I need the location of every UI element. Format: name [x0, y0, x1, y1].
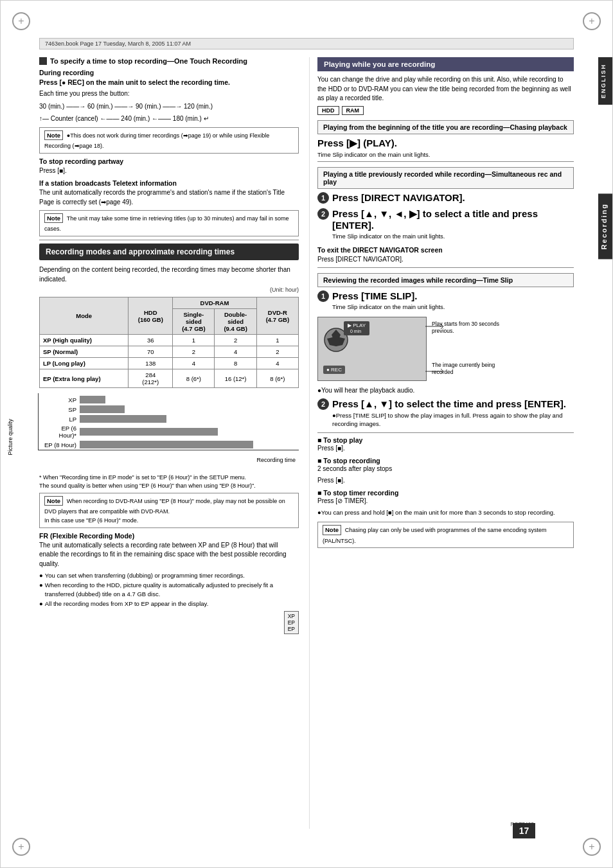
note-box-2: Note The unit may take some time in retr… — [39, 210, 299, 236]
chart-y-axis — [38, 393, 39, 450]
recording-side-tab: Recording — [598, 193, 612, 259]
step-2-row: 2 Press [▲, ▼, ◄, ▶] to select a title a… — [317, 208, 574, 242]
page-number: 17 — [513, 823, 535, 838]
svg-line-5 — [441, 324, 443, 326]
chasing-play-instruction: Press [▶] (PLAY). — [317, 137, 574, 149]
divider-stop — [317, 432, 574, 433]
divider-simult — [317, 267, 574, 268]
chart-y-label: Picture quality — [7, 419, 13, 456]
chart-bar-row-ep6: EP (6 Hour)* — [44, 425, 299, 439]
recording-modes-body: Depending on the content being recorded,… — [39, 265, 299, 284]
section-recording-modes: Recording modes and approximate recordin… — [39, 244, 299, 608]
fr-body: The unit automatically selects a recordi… — [39, 541, 299, 569]
ts-step-2-text: Press [▲, ▼] to select the time and pres… — [332, 398, 574, 409]
rec-instruction: Press [● REC] on the main unit to select… — [39, 78, 299, 87]
chasing-sub-heading: Playing from the beginning of the title … — [317, 120, 574, 134]
stop-timer-heading: To stop timer recording — [317, 489, 574, 497]
col-dvdram: DVD-RAM — [173, 297, 257, 309]
svg-line-6 — [441, 326, 443, 329]
arrows-line-1: 30 (min.) ——→ 60 (min.) ——→ 90 (min.) ——… — [39, 102, 299, 112]
timeslip-sub-heading: Reviewing the recorded images while reco… — [317, 273, 574, 287]
stop-play-body: Press [■]. — [317, 444, 574, 454]
teletext-heading: If a station broadcasts Teletext informa… — [39, 179, 299, 187]
step-1-num: 1 — [317, 192, 329, 204]
step-2-note: Time Slip indicator on the main unit lig… — [332, 233, 574, 240]
col-double: Double-sided(9.4 GB) — [215, 309, 256, 335]
svg-line-9 — [441, 371, 443, 374]
rec-bar: ● REC — [323, 366, 345, 374]
ts-step-2-note: ●Press [TIME SLIP] to show the play imag… — [332, 411, 574, 429]
fr-bullet-1: ● You can set when transferring (dubbing… — [39, 571, 299, 580]
stop-recording-body: 2 seconds after play stops — [317, 465, 574, 474]
divider-chasing — [317, 161, 574, 162]
teletext-body: The unit automatically records the progr… — [39, 188, 299, 207]
chart-bar-row-xp: XP — [44, 396, 299, 403]
stop-partway-text: Press [■]. — [39, 166, 299, 176]
col-mode: Mode — [40, 297, 129, 335]
recording-modes-heading: Recording modes and approximate recordin… — [39, 244, 299, 260]
chart-footnote: * When "Recording time in EP mode" is se… — [39, 474, 299, 490]
ts-step-2-num: 2 — [317, 398, 329, 410]
col-single: Single-sided(4.7 GB) — [173, 309, 215, 335]
english-tab: ENGLISH — [598, 57, 612, 105]
table-row: LP (Long play) 138 4 8 4 — [40, 358, 299, 369]
note-text-3: When recording to DVD-RAM using "EP (8 H… — [44, 498, 285, 524]
stop-recording-section: To stop recording 2 seconds after play s… — [317, 457, 574, 486]
step-1-row: 1 Press [DIRECT NAVIGATOR]. — [317, 192, 574, 205]
bar-chart: Picture quality XP SP LP — [39, 393, 299, 463]
badge-hdd: HDD — [317, 106, 339, 115]
stop-timer-bullet: ●You can press and hold [■] on the main … — [317, 508, 574, 517]
note-box-1: Note ●This does not work during timer re… — [39, 127, 299, 154]
playing-while-recording-heading: Playing while you are recording — [317, 57, 574, 71]
chart-x-label: Recording time — [39, 457, 299, 463]
ts-audio-note: ●You will hear the playback audio. — [317, 386, 574, 396]
step-1-text: Press [DIRECT NAVIGATOR]. — [332, 192, 574, 203]
corner-decoration-tl — [12, 12, 30, 30]
note-box-bottom: Note Chasing play can only be used with … — [317, 522, 574, 548]
stop-timer-body: Press [⊘ TIMER]. — [317, 497, 574, 506]
arrows-line-2: ↑— Counter (cancel) ←—— 240 (min.) ←—— 1… — [39, 114, 299, 124]
col-dvdr: DVD-R(4.7 GB) — [256, 297, 298, 335]
stop-partway-heading: To stop recording partway — [39, 157, 299, 165]
corner-decoration-bl — [12, 838, 30, 856]
chart-x-axis — [38, 450, 299, 450]
ts-step-2-content: Press [▲, ▼] to select the time and pres… — [332, 398, 574, 430]
bar-ep8 — [80, 441, 253, 448]
file-info-bar: 7463en.book Page 17 Tuesday, March 8, 20… — [39, 38, 574, 49]
step-2-content: Press [▲, ▼, ◄, ▶] to select a title and… — [332, 208, 574, 242]
ts-step-1-content: Press [TIME SLIP]. Time Slip indicator o… — [332, 290, 574, 313]
recording-table: Mode HDD(160 GB) DVD-RAM DVD-R(4.7 GB) S… — [39, 297, 299, 388]
left-column: To specify a time to stop recording—One … — [39, 57, 309, 829]
stop-play-heading: To stop play — [317, 436, 574, 444]
note-text-2: The unit may take some time in retrievin… — [44, 215, 289, 232]
page-container: 7463en.book Page 17 Tuesday, March 8, 20… — [0, 0, 613, 868]
unit-label: (Unit: hour) — [39, 287, 299, 293]
stop-recording-heading: To stop recording — [317, 457, 574, 465]
note-text-1: ●This does not work during timer recordi… — [44, 132, 269, 149]
corner-decoration-tr — [583, 12, 601, 30]
ts-step-1-note: Time Slip indicator on the main unit lig… — [332, 303, 574, 310]
ts-step-2-row: 2 Press [▲, ▼] to select the time and pr… — [317, 398, 574, 430]
tv-screen: ▶ PLAY0 min ● REC — [317, 317, 427, 381]
ts-step-1-text: Press [TIME SLIP]. — [332, 290, 574, 301]
chart-bars-area: XP SP LP EP (6 Hour)* — [39, 393, 299, 466]
note-label-1: Note — [44, 130, 63, 140]
chart-bar-row-ep8: EP (8 Hour) — [44, 441, 299, 448]
step-1-content: Press [DIRECT NAVIGATOR]. — [332, 192, 574, 205]
section-divider-1 — [39, 240, 299, 240]
table-row: SP (Normal) 70 2 4 2 — [40, 346, 299, 358]
exit-dn-text: Press [DIRECT NAVIGATOR]. — [317, 255, 574, 265]
note-box-3: Note When recording to DVD-RAM using "EP… — [39, 493, 299, 527]
main-content: To specify a time to stop recording—One … — [39, 57, 574, 829]
bar-ep6 — [80, 428, 218, 436]
exit-dn-heading: To exit the DIRECT NAVIGATOR screen — [317, 246, 574, 254]
bar-sp — [80, 405, 125, 413]
table-row: EP (Extra long play) 284(212*) 8 (6*) 16… — [40, 369, 299, 388]
note-label-bottom: Note — [323, 525, 341, 535]
stop-recording-press: Press [■]. — [317, 476, 574, 486]
timeslip-arrows — [425, 317, 445, 381]
badges-area: HDD RAM — [317, 106, 574, 115]
playing-intro: You can change the drive and play while … — [317, 75, 574, 103]
bar-xp — [80, 396, 105, 403]
timeslip-image-area: ▶ PLAY0 min ● REC Play starts from 30 se… — [317, 317, 574, 382]
